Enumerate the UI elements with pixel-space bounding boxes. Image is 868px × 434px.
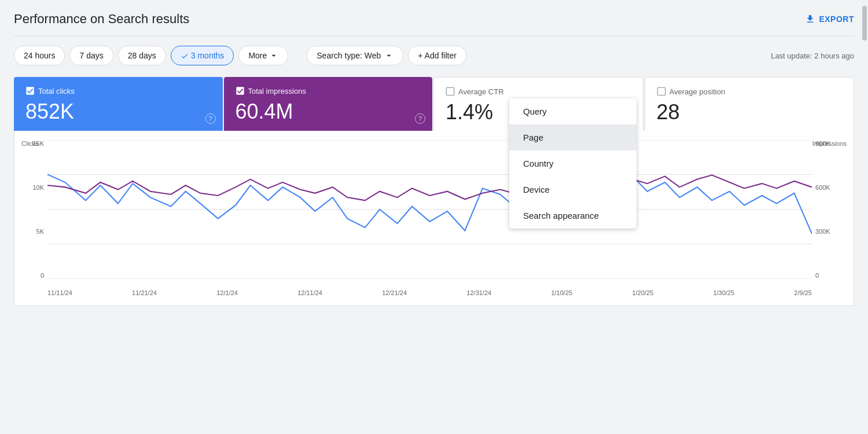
page-title: Performance on Search results	[14, 12, 189, 27]
dropdown-item-device[interactable]: Device	[509, 176, 637, 203]
position-checkbox-icon	[657, 87, 666, 96]
add-filter-button[interactable]: + Add filter	[408, 46, 466, 65]
metrics-row: Total clicks 852K ? Total impressions 60…	[14, 77, 854, 131]
filter-group: Search type: Web + Add filter	[307, 46, 466, 65]
metric-position-label: Average position	[657, 87, 843, 96]
x-label-3: 12/1/24	[216, 289, 238, 296]
metric-impressions-label: Total impressions	[236, 86, 421, 95]
x-label-4: 12/11/24	[297, 289, 322, 296]
header-divider	[14, 36, 854, 36]
dropdown-item-query[interactable]: Query	[509, 98, 637, 124]
y-left-label-0: 0	[41, 272, 44, 279]
y-left-label-10k: 10K	[32, 184, 44, 191]
last-update: Last update: 2 hours ago	[771, 52, 854, 60]
dropdown-item-page[interactable]: Page	[509, 124, 637, 150]
x-axis-labels: 11/11/24 11/21/24 12/1/24 12/11/24 12/21…	[47, 280, 812, 296]
toolbar: 24 hours 7 days 28 days 3 months More Se…	[14, 46, 854, 65]
chart-svg	[47, 140, 812, 279]
impressions-checkbox-icon	[236, 86, 245, 95]
y-axis-right: 900K 600K 300K 0	[812, 140, 847, 279]
dropdown-item-search-appearance[interactable]: Search appearance	[509, 203, 637, 229]
export-icon	[805, 14, 815, 24]
metric-clicks-value: 852K	[25, 100, 211, 123]
chart-container: Clicks Impressions 15K 10K 5K 0 900K 600…	[14, 131, 854, 306]
check-icon	[181, 52, 189, 60]
x-label-5: 12/21/24	[382, 289, 407, 296]
checkbox-checked-icon	[25, 86, 35, 95]
metric-clicks-label: Total clicks	[25, 86, 211, 95]
x-label-7: 1/10/25	[551, 289, 572, 296]
x-label-10: 2/9/25	[794, 289, 812, 296]
scrollbar-thumb[interactable]	[862, 6, 867, 41]
search-type-chevron-icon	[384, 51, 393, 60]
x-label-6: 12/31/24	[466, 289, 491, 296]
chevron-down-icon	[269, 51, 278, 60]
y-right-label-300k: 300K	[815, 228, 830, 235]
x-label-2: 11/21/24	[132, 289, 157, 296]
time-filter-3m[interactable]: 3 months	[171, 46, 234, 65]
time-filter-7d[interactable]: 7 days	[69, 46, 113, 65]
add-filter-dropdown: Query Page Country Device Search appeara…	[509, 98, 637, 229]
y-right-label-900k: 900K	[815, 140, 830, 147]
metric-avg-position: Average position 28	[645, 77, 855, 131]
scrollbar[interactable]	[861, 0, 868, 434]
metric-impressions-value: 60.4M	[236, 100, 421, 123]
metric-total-clicks: Total clicks 852K ?	[14, 77, 223, 131]
metric-position-value: 28	[657, 101, 843, 124]
more-button[interactable]: More	[238, 46, 288, 65]
y-axis-left: 15K 10K 5K 0	[21, 140, 47, 279]
svg-rect-3	[657, 88, 665, 95]
x-label-8: 1/20/25	[632, 289, 653, 296]
impressions-help-icon[interactable]: ?	[415, 113, 425, 124]
dropdown-item-country[interactable]: Country	[509, 150, 637, 176]
ctr-checkbox-icon	[446, 87, 455, 96]
y-left-label-15k: 15K	[32, 140, 44, 147]
svg-rect-2	[446, 88, 454, 95]
time-filter-28d[interactable]: 28 days	[118, 46, 166, 65]
clicks-help-icon[interactable]: ?	[205, 113, 216, 124]
chart-area: Clicks Impressions 15K 10K 5K 0 900K 600…	[21, 140, 847, 296]
metric-total-impressions: Total impressions 60.4M ?	[224, 77, 433, 131]
svg-rect-0	[26, 87, 34, 95]
time-filter-24h[interactable]: 24 hours	[14, 46, 65, 65]
search-type-button[interactable]: Search type: Web	[307, 46, 403, 65]
metric-ctr-label: Average CTR	[446, 87, 631, 96]
y-left-label-5k: 5K	[36, 228, 44, 235]
export-button[interactable]: EXPORT	[805, 14, 854, 24]
y-right-label-600k: 600K	[815, 184, 830, 191]
export-label: EXPORT	[819, 14, 854, 24]
y-right-label-0: 0	[815, 272, 819, 279]
x-label-9: 1/30/25	[713, 289, 734, 296]
x-label-1: 11/11/24	[47, 289, 72, 296]
